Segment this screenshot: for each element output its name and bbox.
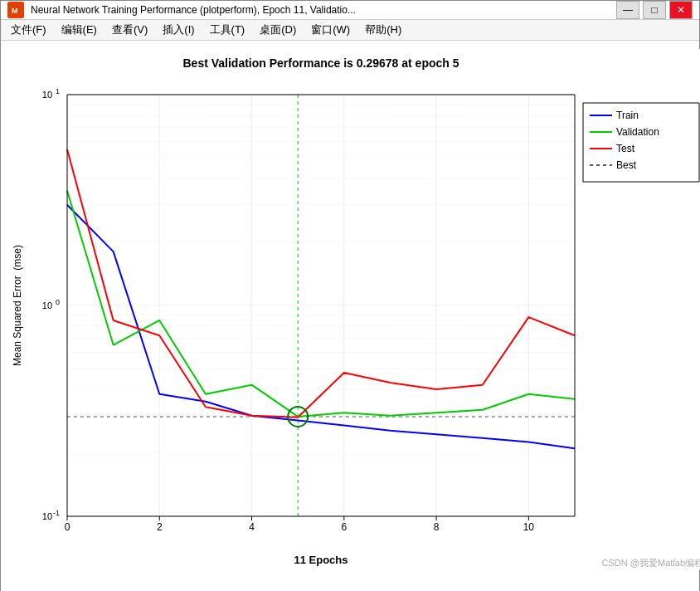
plot-area <box>1 41 699 591</box>
svg-text:M: M <box>12 7 18 15</box>
menu-item[interactable]: 插入(I) <box>156 20 201 40</box>
app-icon: M <box>7 2 24 18</box>
window-controls: — □ ✕ <box>616 1 693 19</box>
maximize-button[interactable]: □ <box>643 1 666 19</box>
menu-item[interactable]: 工具(T) <box>203 20 252 40</box>
menu-bar: 文件(F)编辑(E)查看(V)插入(I)工具(T)桌面(D)窗口(W)帮助(H) <box>1 20 699 41</box>
menu-item[interactable]: 文件(F) <box>4 20 53 40</box>
minimize-button[interactable]: — <box>616 1 639 19</box>
close-button[interactable]: ✕ <box>669 1 693 19</box>
menu-item[interactable]: 帮助(H) <box>358 20 408 40</box>
title-bar: M Neural Network Training Performance (p… <box>1 1 699 20</box>
menu-item[interactable]: 窗口(W) <box>304 20 357 40</box>
menu-item[interactable]: 编辑(E) <box>55 20 104 40</box>
main-window: M Neural Network Training Performance (p… <box>0 0 700 591</box>
menu-item[interactable]: 桌面(D) <box>253 20 303 40</box>
window-title: Neural Network Training Performance (plo… <box>31 4 610 16</box>
performance-chart <box>9 49 700 570</box>
menu-item[interactable]: 查看(V) <box>105 20 154 40</box>
